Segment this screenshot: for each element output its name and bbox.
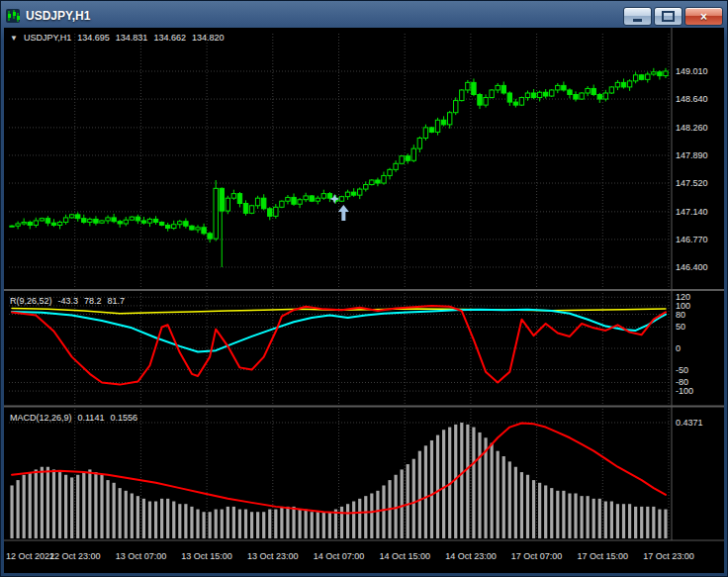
indicator1-axis-label: 0 bbox=[676, 343, 681, 353]
price-axis: 149.010148.640148.260147.890147.520147.1… bbox=[676, 66, 708, 428]
price-axis-label: 147.890 bbox=[676, 150, 708, 160]
price-axis-label: 146.770 bbox=[676, 235, 708, 244]
restore-icon bbox=[662, 11, 675, 22]
time-axis[interactable]: 12 Oct 202212 Oct 23:0013 Oct 07:0013 Oc… bbox=[6, 551, 694, 561]
time-axis-label: 14 Oct 15:00 bbox=[379, 551, 430, 561]
time-axis-label: 14 Oct 23:00 bbox=[445, 551, 497, 561]
application-window: USDJPY,H1 × 149.010148.640148.260147.890… bbox=[0, 0, 728, 577]
time-axis-label: 13 Oct 07:00 bbox=[116, 551, 167, 561]
time-axis-label: 17 Oct 15:00 bbox=[578, 551, 629, 561]
macd-axis-label: 0.4371 bbox=[676, 418, 703, 428]
time-axis-label: 17 Oct 23:00 bbox=[643, 551, 694, 561]
close-button[interactable]: × bbox=[684, 7, 723, 26]
time-axis-label: 17 Oct 07:00 bbox=[511, 551, 563, 561]
window-controls: × bbox=[623, 6, 723, 26]
grid bbox=[9, 34, 669, 538]
cyan-indicator-line bbox=[12, 310, 666, 352]
time-axis-label: 13 Oct 15:00 bbox=[181, 551, 232, 561]
minimize-button[interactable] bbox=[623, 7, 652, 26]
price-axis-label: 147.140 bbox=[676, 207, 708, 217]
price-axis-label: 146.400 bbox=[676, 262, 708, 272]
app-chart-icon bbox=[5, 9, 21, 23]
time-axis-label: 12 Oct 23:00 bbox=[49, 551, 101, 561]
price-axis-label: 149.010 bbox=[676, 66, 708, 76]
close-icon: × bbox=[700, 10, 707, 24]
up-arrow-icon bbox=[338, 205, 349, 221]
chart-canvas[interactable]: 149.010148.640148.260147.890147.520147.1… bbox=[4, 28, 724, 573]
minimize-icon bbox=[633, 19, 642, 22]
price-axis-label: 148.640 bbox=[676, 94, 708, 104]
window-title: USDJPY,H1 bbox=[26, 9, 90, 23]
indicator1-axis-label: -50 bbox=[676, 365, 688, 375]
collapse-marker-icon[interactable]: ▼ bbox=[10, 33, 18, 44]
title-bar[interactable]: USDJPY,H1 × bbox=[4, 4, 724, 28]
time-axis-label: 12 Oct 2022 bbox=[6, 551, 54, 561]
indicator1-axis-label: -100 bbox=[676, 386, 693, 396]
indicator1-axis-label: 50 bbox=[676, 322, 685, 332]
indicator1-axis-label: 80 bbox=[676, 310, 685, 320]
time-axis-label: 13 Oct 23:00 bbox=[247, 551, 299, 561]
time-axis-label: 14 Oct 07:00 bbox=[314, 551, 365, 561]
price-axis-label: 147.520 bbox=[676, 178, 708, 188]
price-axis-label: 148.260 bbox=[676, 123, 708, 133]
restore-button[interactable] bbox=[654, 7, 682, 26]
chart-area[interactable]: 149.010148.640148.260147.890147.520147.1… bbox=[4, 28, 724, 573]
